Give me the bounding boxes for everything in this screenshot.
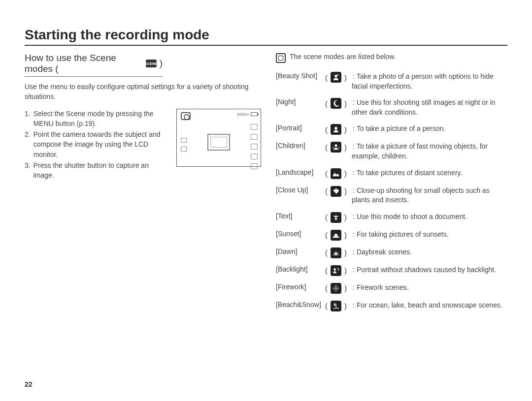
scene-description: :For taking pictures of sunsets. — [352, 230, 449, 240]
svg-point-9 — [337, 268, 338, 269]
lcd-status-bar: 00001 — [237, 112, 258, 117]
paren-open: ( — [325, 187, 328, 195]
step-text: Press the shutter button to capture an i… — [33, 160, 169, 181]
lcd-counter: 00001 — [237, 112, 249, 117]
paren-open: ( — [325, 99, 328, 108]
lcd-side-icon — [251, 163, 258, 169]
paren-open: ( — [325, 231, 328, 239]
night-icon — [331, 98, 341, 109]
scene-description: :Daybreak scenes. — [352, 247, 412, 257]
text-icon: T — [331, 212, 341, 223]
scene-label: [Beauty Shot] — [276, 72, 325, 80]
scene-row: [Dawn] ( ) :Daybreak scenes. — [276, 247, 507, 258]
scene-label: [Text] — [276, 212, 325, 220]
scene-description: :Firework scenes. — [352, 283, 409, 293]
scene-row: [Children] ( ) :To take a picture of fas… — [276, 142, 507, 161]
scene-row: [Landscape] ( ) :To take pictures of dis… — [276, 168, 507, 179]
landscape-icon — [331, 168, 341, 179]
scene-row: [Beauty Shot] ( ) :Take a photo of a per… — [276, 72, 507, 91]
scene-icon-group: ( ) — [325, 72, 347, 83]
lcd-focus-frame — [207, 134, 230, 151]
step-text: Select the Scene mode by pressing the ME… — [33, 109, 169, 129]
scene-row: [Close Up] ( ) :Close-up shooting for sm… — [276, 186, 507, 205]
lcd-left-icon — [181, 147, 187, 152]
page-number: 22 — [25, 380, 33, 388]
paren-open: ( — [325, 266, 328, 275]
step-number: 1. — [25, 109, 31, 129]
battery-icon — [251, 112, 258, 116]
beauty-icon — [331, 72, 341, 83]
paren-close: ) — [344, 266, 347, 275]
scene-row: [Portrait] ( ) :To take a picture of a p… — [276, 124, 507, 135]
scene-row: [Night] ( ) :Use this for shooting still… — [276, 98, 507, 117]
scene-icon-group: ( ) — [325, 230, 347, 241]
svg-rect-6 — [333, 237, 339, 238]
backlight-icon — [331, 265, 341, 276]
step-number: 3. — [25, 160, 31, 181]
paren-open: ( — [325, 302, 328, 310]
svg-point-0 — [335, 75, 337, 77]
scene-description: :For ocean, lake, beach and snowscape sc… — [352, 301, 502, 310]
svg-point-2 — [334, 127, 337, 129]
paren-open: ( — [325, 284, 328, 292]
scene-icon-group: ( ) — [325, 168, 347, 179]
step-item: 3. Press the shutter button to capture a… — [25, 160, 169, 181]
paren-close: ) — [344, 73, 347, 82]
list-frame-icon — [276, 53, 286, 63]
paren-close: ) — [344, 169, 347, 178]
scene-description: :To take a picture of fast moving object… — [352, 142, 507, 161]
step-number: 2. — [25, 129, 31, 159]
paren-close: ) — [344, 125, 347, 134]
paren-open: ( — [325, 248, 328, 257]
scene-label: [Portrait] — [276, 124, 325, 132]
lcd-left-icons — [181, 138, 187, 152]
lcd-side-icon — [251, 154, 258, 159]
paren-open: ( — [325, 125, 328, 134]
scene-row: [Beach&Snow] ( ) :For ocean, lake, beach… — [276, 301, 507, 311]
scene-icon-group: ( ) — [325, 124, 347, 135]
scene-label: [Landscape] — [276, 168, 325, 176]
subhead-close: ) — [160, 58, 163, 69]
firework-icon — [331, 283, 341, 294]
scene-icon-group: ( ) — [325, 283, 347, 294]
right-intro-text: The scene modes are listed below. — [290, 53, 396, 61]
scene-icon-group: ( ) — [325, 142, 347, 153]
svg-point-11 — [335, 287, 336, 289]
scene-label: [Firework] — [276, 283, 325, 291]
scene-icon-group: ( T ) — [325, 212, 347, 223]
page-title: Starting the recording mode — [25, 27, 507, 46]
svg-point-8 — [334, 268, 336, 270]
svg-point-7 — [335, 252, 337, 255]
scene-label: [Dawn] — [276, 247, 325, 255]
paren-close: ) — [344, 248, 347, 257]
svg-text:T: T — [334, 215, 338, 220]
scene-row: [Sunset] ( ) :For taking pictures of sun… — [276, 230, 507, 241]
scene-description: :To take a picture of a person. — [352, 124, 445, 134]
dawn-icon — [331, 247, 341, 258]
scene-description: :Take a photo of a person with options t… — [352, 72, 507, 91]
svg-point-10 — [338, 269, 339, 270]
paren-open: ( — [325, 169, 328, 178]
scene-mode-badge-icon: SCENE — [146, 60, 157, 67]
svg-point-3 — [335, 145, 337, 147]
left-column: How to use the Scene modes ( SCENE ) Use… — [25, 53, 261, 318]
lcd-side-icon — [251, 134, 258, 140]
scene-description: :Close-up shooting for small objects suc… — [352, 186, 507, 205]
paren-open: ( — [325, 143, 328, 152]
lcd-left-icon — [181, 138, 187, 143]
paren-open: ( — [325, 73, 328, 82]
scene-mode-list: [Beauty Shot] ( ) :Take a photo of a per… — [276, 72, 507, 311]
scene-icon-group: ( ) — [325, 265, 347, 276]
scene-row: [Backlight] ( ) :Portrait without shadow… — [276, 265, 507, 276]
portrait-icon — [331, 124, 341, 135]
scene-label: [Night] — [276, 98, 325, 106]
step-item: 2. Point the camera towards the subject … — [25, 129, 169, 159]
scene-icon-group: ( ) — [325, 301, 347, 311]
closeup-icon — [331, 186, 341, 197]
intro-text: Use the menu to easily configure optimal… — [25, 82, 261, 102]
scene-label: [Children] — [276, 142, 325, 150]
scene-description: :Use this for shooting still images at n… — [352, 98, 507, 117]
section-subhead: How to use the Scene modes ( SCENE ) — [25, 53, 163, 77]
steps-list: 1. Select the Scene mode by pressing the… — [25, 109, 169, 182]
paren-close: ) — [344, 187, 347, 195]
